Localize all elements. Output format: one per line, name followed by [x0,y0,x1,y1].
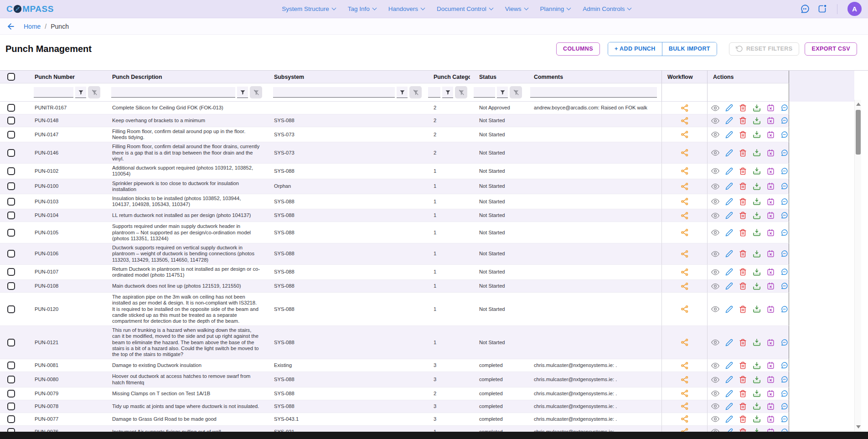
edit-icon[interactable] [725,229,733,237]
view-icon[interactable] [711,182,719,191]
view-icon[interactable] [711,212,719,220]
calendar-x-icon[interactable] [767,167,775,175]
comment-icon[interactable] [780,268,788,276]
view-icon[interactable] [711,415,719,423]
download-icon[interactable] [753,149,761,157]
filter-icon[interactable] [237,87,248,98]
select-all-checkbox[interactable] [7,73,15,81]
edit-icon[interactable] [725,305,733,313]
workflow-share-icon[interactable] [681,376,689,384]
view-icon[interactable] [711,228,719,237]
delete-icon[interactable] [739,229,747,237]
download-icon[interactable] [753,228,761,237]
delete-icon[interactable] [739,104,747,112]
view-icon[interactable] [711,149,719,157]
comment-icon[interactable] [780,229,788,237]
comment-icon[interactable] [780,182,788,190]
add-punch-button[interactable]: + ADD PUNCH [608,42,662,56]
comment-icon[interactable] [780,167,788,175]
delete-icon[interactable] [739,250,747,258]
edit-icon[interactable] [725,339,733,346]
comment-icon[interactable] [780,149,788,157]
view-icon[interactable] [711,268,719,276]
download-icon[interactable] [753,268,761,276]
row-checkbox[interactable] [7,282,15,290]
view-icon[interactable] [711,362,719,370]
clipboard-notification-icon[interactable] [817,4,827,14]
delete-icon[interactable] [739,305,747,313]
back-arrow-icon[interactable] [6,22,16,31]
edit-icon[interactable] [725,415,733,423]
download-icon[interactable] [753,212,761,220]
filter-off-icon[interactable] [250,86,262,98]
download-icon[interactable] [753,402,761,410]
row-checkbox[interactable] [7,339,15,346]
punch-number-filter-input[interactable] [34,87,73,98]
comment-icon[interactable] [780,198,788,206]
status-filter-input[interactable] [474,87,495,98]
workflow-share-icon[interactable] [681,362,689,370]
delete-icon[interactable] [739,212,747,219]
delete-icon[interactable] [739,376,747,383]
filter-off-icon[interactable] [455,86,467,98]
download-icon[interactable] [753,415,761,423]
edit-icon[interactable] [725,149,733,157]
breadcrumb-home-link[interactable]: Home [24,23,41,30]
user-avatar[interactable]: A [847,2,862,16]
nav-admin-controls[interactable]: Admin Controls [583,5,631,12]
view-icon[interactable] [711,376,719,384]
edit-icon[interactable] [725,167,733,175]
row-checkbox[interactable] [7,149,15,157]
filter-icon[interactable] [497,87,508,98]
scrollbar-thumb[interactable] [856,110,861,155]
row-checkbox[interactable] [7,131,15,139]
calendar-x-icon[interactable] [767,403,775,410]
nav-handovers[interactable]: Handovers [388,5,424,12]
edit-icon[interactable] [725,212,733,219]
view-icon[interactable] [711,338,719,346]
workflow-share-icon[interactable] [681,415,689,423]
row-checkbox[interactable] [7,362,15,369]
calendar-x-icon[interactable] [767,339,775,346]
columns-button[interactable]: COLUMNS [556,42,600,56]
nav-tag-info[interactable]: Tag Info [348,5,376,12]
edit-icon[interactable] [725,104,733,112]
subsystem-filter-input[interactable] [273,87,395,98]
delete-icon[interactable] [739,117,747,124]
edit-icon[interactable] [725,117,733,124]
calendar-x-icon[interactable] [767,212,775,219]
edit-icon[interactable] [725,182,733,190]
calendar-x-icon[interactable] [767,117,775,124]
row-checkbox[interactable] [7,229,15,237]
calendar-x-icon[interactable] [767,229,775,237]
download-icon[interactable] [753,305,761,313]
row-checkbox[interactable] [7,415,15,423]
row-checkbox[interactable] [7,182,15,190]
calendar-x-icon[interactable] [767,268,775,276]
row-checkbox[interactable] [7,268,15,276]
workflow-share-icon[interactable] [681,130,689,139]
workflow-share-icon[interactable] [681,338,689,346]
comment-icon[interactable] [780,282,788,290]
reset-filters-button[interactable]: RESET FILTERS [729,42,800,56]
view-icon[interactable] [711,389,719,398]
download-icon[interactable] [753,376,761,384]
filter-off-icon[interactable] [88,86,100,98]
workflow-share-icon[interactable] [681,402,689,410]
row-checkbox[interactable] [7,104,15,112]
edit-icon[interactable] [725,403,733,410]
calendar-x-icon[interactable] [767,282,775,290]
calendar-x-icon[interactable] [767,198,775,206]
view-icon[interactable] [711,130,719,139]
delete-icon[interactable] [739,268,747,276]
comment-icon[interactable] [780,104,788,112]
workflow-share-icon[interactable] [681,305,689,313]
scroll-down-arrow-icon[interactable] [856,425,861,429]
row-checkbox[interactable] [7,403,15,410]
delete-icon[interactable] [739,403,747,410]
nav-views[interactable]: Views [505,5,528,12]
download-icon[interactable] [753,130,761,139]
row-checkbox[interactable] [7,390,15,398]
calendar-x-icon[interactable] [767,376,775,383]
delete-icon[interactable] [739,182,747,190]
